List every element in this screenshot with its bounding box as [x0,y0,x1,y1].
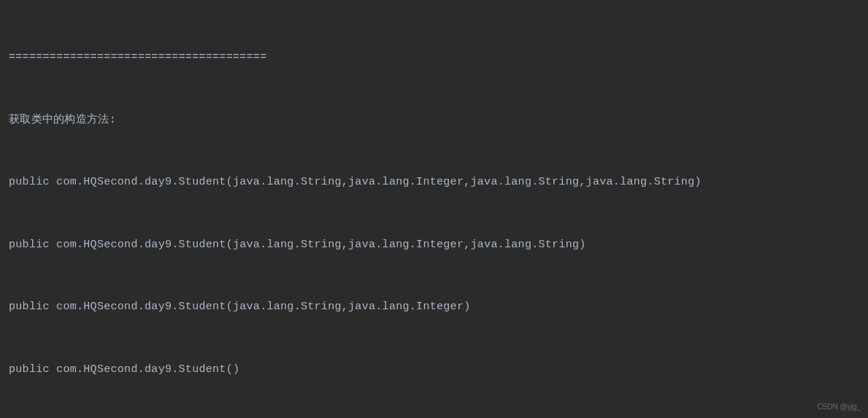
output-line: public com.HQSecond.day9.Student(java.la… [9,297,859,318]
output-line: public com.HQSecond.day9.Student(java.la… [9,172,859,193]
watermark: CSDN @yjg_ [817,400,861,414]
output-line: 获取类中的构造方法: [9,110,859,131]
output-line: public com.HQSecond.day9.Student(java.la… [9,235,859,256]
output-line: ====================================== [9,47,859,69]
console-output: ====================================== 获… [9,6,859,418]
output-line: public com.HQSecond.day9.Student() [9,360,859,381]
